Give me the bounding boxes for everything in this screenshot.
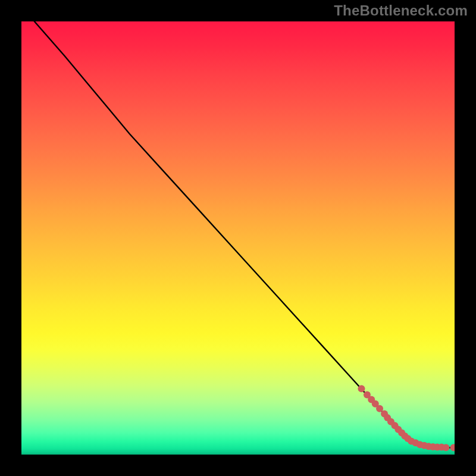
chart-overlay-svg <box>21 21 455 455</box>
chart-frame: TheBottleneck.com <box>0 0 476 476</box>
watermark-text: TheBottleneck.com <box>334 2 468 19</box>
gradient-plot-area <box>21 21 455 455</box>
scatter-point <box>442 444 449 451</box>
scatter-point <box>358 385 365 392</box>
curve-line <box>35 21 455 447</box>
scatter-point <box>450 444 455 451</box>
scatter-points <box>358 385 455 451</box>
